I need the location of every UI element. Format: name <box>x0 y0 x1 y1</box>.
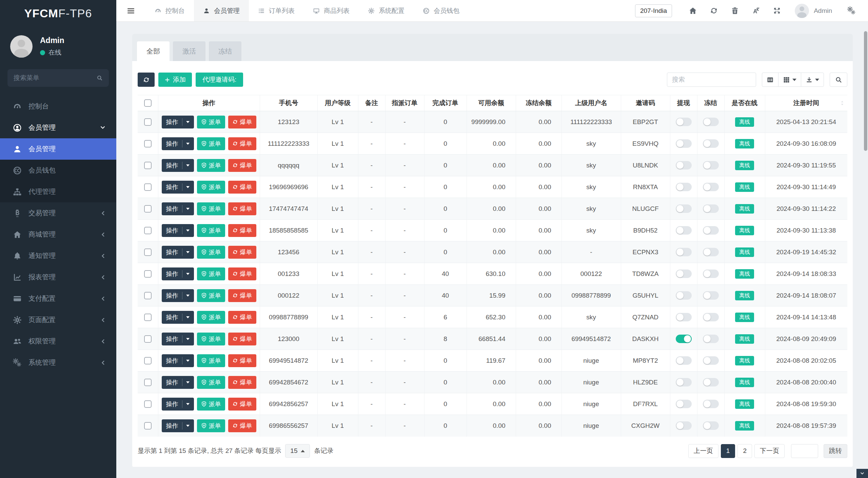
corner-collapse-button[interactable] <box>856 469 868 478</box>
nav-tab-system-config[interactable]: 系统配置 <box>359 0 414 21</box>
freeze-toggle[interactable] <box>703 400 719 408</box>
row-checkbox[interactable] <box>144 205 152 213</box>
withdraw-toggle[interactable] <box>676 118 692 126</box>
nav-tab-goods-list[interactable]: 商品列表 <box>304 0 359 21</box>
row-checkbox[interactable] <box>144 140 152 147</box>
sidebar-item-payment-config[interactable]: 支付配置 <box>0 288 116 309</box>
row-burst-button[interactable]: 爆单 <box>228 116 256 128</box>
row-burst-button[interactable]: 爆单 <box>228 224 256 237</box>
row-checkbox[interactable] <box>144 400 152 408</box>
row-dispatch-button[interactable]: 派单 <box>197 246 225 259</box>
prev-page-button[interactable]: 上一页 <box>688 444 718 458</box>
user-menu[interactable]: Admin <box>795 4 832 18</box>
freeze-toggle[interactable] <box>703 356 719 365</box>
refresh-table-button[interactable] <box>138 73 155 87</box>
columns-button[interactable] <box>778 73 801 87</box>
freeze-toggle[interactable] <box>703 226 719 235</box>
row-burst-button[interactable]: 爆单 <box>228 419 256 432</box>
row-checkbox[interactable] <box>144 183 152 191</box>
row-burst-button[interactable]: 爆单 <box>228 137 256 150</box>
withdraw-toggle[interactable] <box>676 161 692 170</box>
row-dispatch-button[interactable]: 派单 <box>197 398 225 411</box>
sidebar-item-agent-manage[interactable]: 代理管理 <box>0 181 116 202</box>
freeze-toggle[interactable] <box>703 248 719 256</box>
row-burst-button[interactable]: 爆单 <box>228 398 256 411</box>
sidebar-item-notice-manage[interactable]: 通知管理 <box>0 245 116 266</box>
freeze-toggle[interactable] <box>703 270 719 278</box>
withdraw-toggle[interactable] <box>676 378 692 386</box>
row-checkbox[interactable] <box>144 422 152 430</box>
agent-invite-code-button[interactable]: 代理邀请码: <box>196 73 243 87</box>
row-action-dropdown[interactable]: 操作 <box>162 289 194 302</box>
home-button[interactable] <box>682 6 703 15</box>
sidebar-item-report-manage[interactable]: 报表管理 <box>0 266 116 288</box>
select-all-checkbox[interactable] <box>144 99 152 107</box>
detail-view-button[interactable] <box>762 73 778 87</box>
row-burst-button[interactable]: 爆单 <box>228 159 256 172</box>
row-action-dropdown[interactable]: 操作 <box>162 224 194 237</box>
settings-button[interactable] <box>841 6 862 15</box>
withdraw-toggle[interactable] <box>676 226 692 235</box>
export-button[interactable] <box>801 73 824 87</box>
region-selector[interactable]: 207-India <box>635 4 672 17</box>
sidebar-item-mall-manage[interactable]: 商城管理 <box>0 224 116 245</box>
freeze-toggle[interactable] <box>703 118 719 126</box>
row-dispatch-button[interactable]: 派单 <box>197 267 225 280</box>
row-burst-button[interactable]: 爆单 <box>228 267 256 280</box>
row-action-dropdown[interactable]: 操作 <box>162 267 194 280</box>
freeze-toggle[interactable] <box>703 183 719 191</box>
row-checkbox[interactable] <box>144 357 152 364</box>
row-dispatch-button[interactable]: 派单 <box>197 376 225 389</box>
nav-tab-console[interactable]: 控制台 <box>145 0 194 21</box>
clear-cache-button[interactable] <box>724 6 745 15</box>
row-dispatch-button[interactable]: 派单 <box>197 181 225 194</box>
withdraw-toggle[interactable] <box>676 291 692 300</box>
withdraw-toggle[interactable] <box>676 270 692 278</box>
row-checkbox[interactable] <box>144 118 152 126</box>
withdraw-toggle[interactable] <box>676 400 692 408</box>
freeze-toggle[interactable] <box>703 204 719 213</box>
sidebar-item-trade-manage[interactable]: 交易管理 <box>0 202 116 224</box>
row-burst-button[interactable]: 爆单 <box>228 311 256 324</box>
sidebar-item-member-list[interactable]: 会员管理 <box>0 138 116 160</box>
advanced-search-button[interactable] <box>830 73 847 87</box>
table-search-input[interactable] <box>667 73 756 87</box>
withdraw-toggle[interactable] <box>676 248 692 256</box>
withdraw-toggle[interactable] <box>676 313 692 321</box>
sidebar-item-member-wallet[interactable]: 会员钱包 <box>0 160 116 181</box>
row-burst-button[interactable]: 爆单 <box>228 289 256 302</box>
freeze-toggle[interactable] <box>703 313 719 321</box>
fullscreen-button[interactable] <box>766 6 787 15</box>
row-dispatch-button[interactable]: 派单 <box>197 419 225 432</box>
row-action-dropdown[interactable]: 操作 <box>162 202 194 215</box>
filter-tab-2[interactable]: 冻结 <box>209 41 241 61</box>
row-checkbox[interactable] <box>144 270 152 278</box>
sidebar-item-page-config[interactable]: 页面配置 <box>0 309 116 331</box>
row-action-dropdown[interactable]: 操作 <box>162 246 194 259</box>
filter-tab-0[interactable]: 全部 <box>137 41 170 61</box>
menu-search-input[interactable] <box>14 74 97 82</box>
sidebar-item-console[interactable]: 控制台 <box>0 96 116 117</box>
row-action-dropdown[interactable]: 操作 <box>162 181 194 194</box>
freeze-toggle[interactable] <box>703 378 719 386</box>
row-burst-button[interactable]: 爆单 <box>228 246 256 259</box>
row-dispatch-button[interactable]: 派单 <box>197 137 225 150</box>
row-checkbox[interactable] <box>144 292 152 299</box>
row-checkbox[interactable] <box>144 248 152 256</box>
filter-tab-1[interactable]: 激活 <box>173 41 205 61</box>
sort-icon[interactable] <box>839 99 845 107</box>
sidebar-item-permission-manage[interactable]: 权限管理 <box>0 331 116 352</box>
row-dispatch-button[interactable]: 派单 <box>197 354 225 367</box>
sidebar-item-system-manage[interactable]: 系统管理 <box>0 352 116 373</box>
row-action-dropdown[interactable]: 操作 <box>162 333 194 345</box>
withdraw-toggle[interactable] <box>676 421 692 430</box>
vertical-scrollbar[interactable] <box>864 31 867 151</box>
sidebar-toggle-button[interactable] <box>116 0 145 21</box>
withdraw-toggle[interactable] <box>676 356 692 365</box>
next-page-button[interactable]: 下一页 <box>754 444 785 458</box>
row-burst-button[interactable]: 爆单 <box>228 354 256 367</box>
freeze-toggle[interactable] <box>703 291 719 300</box>
row-dispatch-button[interactable]: 派单 <box>197 224 225 237</box>
page-jump-button[interactable]: 跳转 <box>824 444 847 458</box>
row-dispatch-button[interactable]: 派单 <box>197 116 225 128</box>
